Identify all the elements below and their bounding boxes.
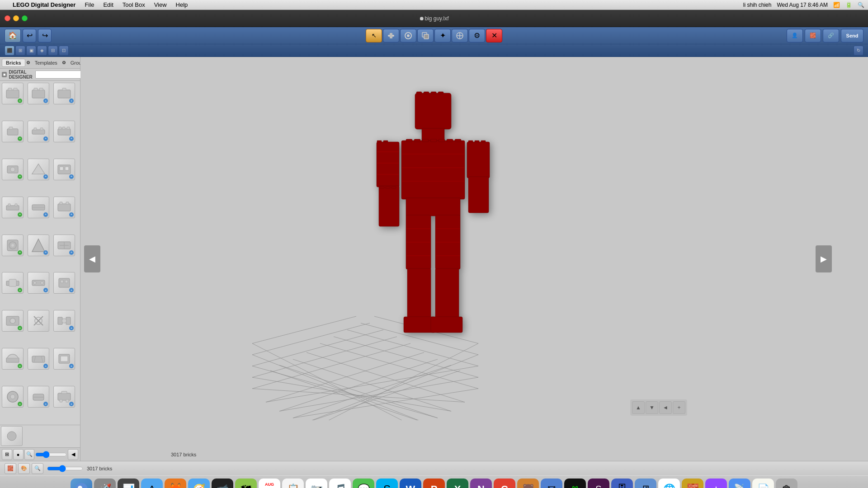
- delete-tool[interactable]: ✕: [486, 29, 502, 42]
- dock-lego[interactable]: 🧱: [682, 479, 703, 488]
- zoom-slider[interactable]: [35, 451, 67, 458]
- brick-1[interactable]: +: [2, 83, 24, 104]
- brick-13[interactable]: +: [2, 235, 24, 256]
- bricklink-button[interactable]: 🔗: [823, 29, 839, 42]
- nav-left-rot[interactable]: ◄: [659, 401, 672, 414]
- measure-tool[interactable]: [452, 29, 468, 42]
- brick-23[interactable]: +: [28, 348, 49, 370]
- menu-edit[interactable]: Edit: [99, 1, 117, 8]
- brick-4[interactable]: +: [2, 121, 24, 142]
- nav-up[interactable]: ▲: [632, 401, 645, 414]
- brick-27[interactable]: +: [53, 386, 75, 408]
- nav-down[interactable]: ▼: [646, 401, 658, 414]
- viewport-right-arrow[interactable]: ▶: [816, 245, 832, 272]
- dock-firefox[interactable]: 🦊: [165, 479, 186, 488]
- sub-tool-6[interactable]: ⊡: [59, 46, 69, 56]
- sub-tool-1[interactable]: ⬛: [5, 46, 14, 56]
- menu-view[interactable]: View: [151, 1, 170, 8]
- sub-tool-5[interactable]: ⊟: [48, 46, 58, 56]
- brick-7[interactable]: +: [2, 159, 24, 180]
- brick-8[interactable]: +: [28, 159, 49, 180]
- undo-button[interactable]: ↩: [23, 29, 36, 42]
- brick-28[interactable]: [1, 426, 23, 446]
- brick-14[interactable]: +: [28, 235, 49, 256]
- dock-texteditor[interactable]: 📄: [752, 479, 774, 488]
- nav-zoom-in[interactable]: +: [673, 401, 685, 414]
- brick-20[interactable]: [28, 310, 49, 332]
- bottom-tool-1[interactable]: 🧱: [5, 463, 16, 474]
- tab-templates[interactable]: Templates: [31, 59, 61, 66]
- view-mode-3[interactable]: 🔍: [24, 449, 35, 460]
- brick-5[interactable]: +: [28, 121, 49, 142]
- dock-airdrop[interactable]: 📡: [729, 479, 750, 488]
- avatar-button[interactable]: 👤: [787, 29, 803, 42]
- brick-15[interactable]: +: [53, 235, 75, 256]
- dock-star[interactable]: ★: [705, 479, 727, 488]
- brick-6[interactable]: +: [53, 121, 75, 142]
- main-zoom-slider[interactable]: [47, 465, 83, 472]
- close-button[interactable]: [5, 15, 10, 21]
- home-button[interactable]: 🏠: [5, 29, 21, 42]
- orbit-tool[interactable]: ↻: [854, 46, 863, 56]
- menu-help[interactable]: Help: [172, 1, 192, 8]
- app-name[interactable]: LEGO Digital Designer: [9, 1, 79, 8]
- dock-terminal[interactable]: ⌘: [564, 479, 586, 488]
- settings-tool[interactable]: ⚙: [469, 29, 485, 42]
- dock-trash[interactable]: 🗑: [776, 479, 797, 488]
- pivot-tool[interactable]: ✦: [434, 29, 451, 42]
- hide-tool[interactable]: [383, 29, 399, 42]
- select-tool[interactable]: ↖: [366, 29, 382, 42]
- brick-21[interactable]: +: [53, 310, 75, 332]
- lego-store-button[interactable]: 🧱: [805, 29, 821, 42]
- bottom-tool-2[interactable]: 🎨: [18, 463, 30, 474]
- dock-photos[interactable]: 📷: [306, 479, 327, 488]
- send-button[interactable]: Send: [841, 29, 863, 42]
- bottom-tool-3[interactable]: 🔍: [32, 463, 43, 474]
- sub-tool-4[interactable]: ◈: [37, 46, 47, 56]
- dock-slack[interactable]: S: [588, 479, 609, 488]
- sub-tool-2[interactable]: ⊞: [15, 46, 25, 56]
- brick-25[interactable]: +: [2, 386, 24, 408]
- tab-bricks[interactable]: Bricks: [2, 59, 25, 67]
- dock-bear[interactable]: 🐻: [517, 479, 539, 488]
- dock-sequel[interactable]: 🗄: [611, 479, 633, 488]
- search-icon[interactable]: 🔍: [858, 2, 864, 8]
- brick-16[interactable]: +: [2, 272, 24, 294]
- brick-26[interactable]: +: [28, 386, 49, 408]
- dock-excel[interactable]: X: [447, 479, 468, 488]
- brick-3[interactable]: +: [53, 83, 75, 104]
- dock-reminders[interactable]: 📋: [282, 479, 304, 488]
- menu-toolbox[interactable]: Tool Box: [119, 1, 149, 8]
- dock-remote[interactable]: 🖥: [635, 479, 656, 488]
- dock-chrome[interactable]: 🌐: [658, 479, 680, 488]
- minimize-button[interactable]: [13, 15, 19, 21]
- view-mode-2[interactable]: ●: [13, 449, 24, 460]
- dock-facetime[interactable]: 📹: [212, 479, 233, 488]
- maximize-button[interactable]: [22, 15, 28, 21]
- dock-mail[interactable]: ✉: [541, 479, 562, 488]
- dock-calendar[interactable]: AUG17: [259, 479, 280, 488]
- dock-powerpoint[interactable]: P: [423, 479, 445, 488]
- redo-button[interactable]: ↪: [38, 29, 52, 42]
- zoom-out[interactable]: ◀: [68, 449, 78, 460]
- dock-dashboard[interactable]: 📊: [118, 479, 139, 488]
- brick-11[interactable]: +: [28, 197, 49, 218]
- brick-22[interactable]: +: [2, 348, 24, 370]
- menu-file[interactable]: File: [81, 1, 98, 8]
- brick-17[interactable]: +: [28, 272, 49, 294]
- brick-18[interactable]: +: [53, 272, 75, 294]
- dock-messages[interactable]: 💬: [353, 479, 374, 488]
- paint-tool[interactable]: [400, 29, 416, 42]
- dock-finder[interactable]: [71, 479, 92, 488]
- brick-2[interactable]: +: [28, 83, 49, 104]
- view-mode-1[interactable]: ⊞: [2, 449, 12, 460]
- viewport-left-arrow[interactable]: ◀: [84, 245, 100, 272]
- clone-tool[interactable]: [417, 29, 434, 42]
- dock-word[interactable]: W: [400, 479, 421, 488]
- brick-10[interactable]: +: [2, 197, 24, 218]
- brick-19[interactable]: +: [2, 310, 24, 332]
- dock-onenote[interactable]: N: [470, 479, 492, 488]
- dock-appstore[interactable]: A: [141, 479, 163, 488]
- brick-9[interactable]: +: [53, 159, 75, 180]
- brick-24[interactable]: +: [53, 348, 75, 370]
